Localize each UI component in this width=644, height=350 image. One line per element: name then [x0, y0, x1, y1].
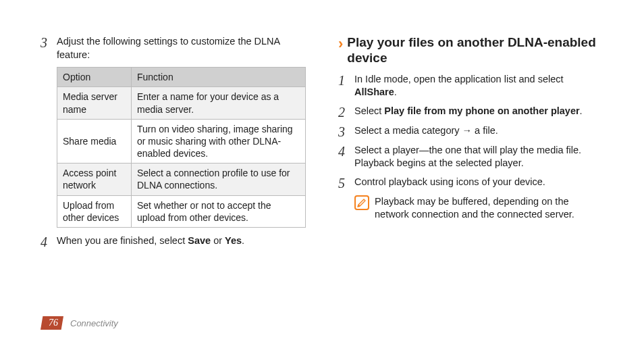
table-cell-option: Media server name	[57, 87, 132, 119]
step-number: 1	[338, 73, 354, 87]
table-cell-function: Enter a name for your device as a media …	[132, 87, 306, 119]
table-header-option: Option	[57, 68, 132, 87]
step-text: When you are finished, select Save or Ye…	[57, 234, 306, 248]
options-table: Option Function Media server name Enter …	[57, 67, 306, 228]
right-step-4: 4 Select a player—the one that will play…	[338, 144, 603, 170]
left-step-4: 4 When you are finished, select Save or …	[41, 234, 306, 249]
step-number: 2	[338, 105, 354, 119]
right-step-5: 5 Control playback using icons of your d…	[338, 176, 603, 190]
right-step-1: 1 In Idle mode, open the application lis…	[338, 73, 603, 99]
step-text: Select a player—the one that will play t…	[354, 144, 603, 170]
step-number: 4	[338, 144, 354, 158]
text-fragment: .	[580, 105, 583, 116]
step-text: Control playback using icons of your dev…	[354, 176, 603, 189]
section-heading: › Play your files on another DLNA-enable…	[338, 35, 603, 66]
table-cell-function: Turn on video sharing, image sharing or …	[132, 119, 306, 164]
step-number: 3	[338, 124, 354, 139]
chevron-right-icon: ›	[338, 35, 343, 51]
step-text: Select Play file from my phone on anothe…	[354, 105, 603, 118]
step-number: 3	[41, 35, 57, 49]
text-fragment: .	[394, 86, 397, 97]
table-row: Share media Turn on video sharing, image…	[57, 119, 306, 164]
text-fragment: or	[211, 235, 225, 246]
table-row: Media server name Enter a name for your …	[57, 87, 306, 119]
step-number: 4	[41, 234, 57, 249]
table-row: Access point network Select a connection…	[57, 164, 306, 195]
text-fragment: Select	[354, 105, 384, 116]
right-step-2: 2 Select Play file from my phone on anot…	[338, 105, 603, 119]
table-cell-function: Set whether or not to accept the upload …	[132, 195, 306, 227]
table-header-function: Function	[132, 68, 306, 87]
page-footer: 76 Connectivity	[41, 316, 118, 330]
text-fragment: In Idle mode, open the application list …	[354, 74, 564, 84]
heading-text: Play your files on another DLNA-enabled …	[347, 35, 603, 66]
bold-playfile: Play file from my phone on another playe…	[384, 105, 579, 116]
step-text: Adjust the following settings to customi…	[57, 35, 306, 61]
text-fragment: .	[242, 235, 244, 246]
table-cell-function: Select a connection profile to use for D…	[132, 164, 306, 195]
right-column: › Play your files on another DLNA-enable…	[338, 35, 603, 254]
step-text: Select a media category → a file.	[354, 124, 603, 138]
table-row: Upload from other devices Set whether or…	[57, 195, 306, 227]
step-number: 5	[338, 176, 354, 190]
note-text: Playback may be buffered, depending on t…	[375, 195, 603, 222]
note-block: Playback may be buffered, depending on t…	[354, 195, 603, 222]
page-number-badge: 76	[41, 316, 63, 330]
bold-save: Save	[188, 235, 211, 246]
left-step-3: 3 Adjust the following settings to custo…	[41, 35, 306, 61]
page-columns: 3 Adjust the following settings to custo…	[41, 35, 603, 254]
table-header-row: Option Function	[57, 68, 306, 87]
bold-allshare: AllShare	[354, 86, 394, 97]
text-fragment: When you are finished, select	[57, 235, 188, 246]
step-text: In Idle mode, open the application list …	[354, 73, 603, 99]
table-cell-option: Share media	[57, 119, 132, 164]
left-column: 3 Adjust the following settings to custo…	[41, 35, 306, 254]
table-cell-option: Access point network	[57, 164, 132, 195]
footer-section-label: Connectivity	[70, 318, 118, 328]
table-cell-option: Upload from other devices	[57, 195, 132, 227]
note-icon	[354, 195, 369, 210]
right-step-3: 3 Select a media category → a file.	[338, 124, 603, 139]
bold-yes: Yes	[225, 235, 242, 246]
